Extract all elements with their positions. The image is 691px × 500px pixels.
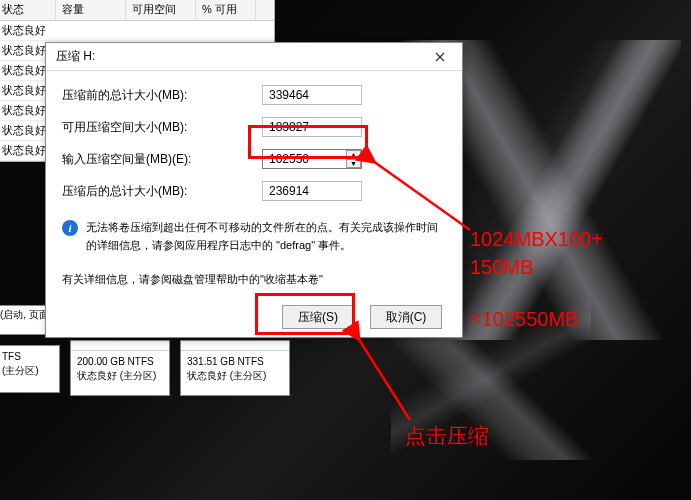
partition-box: 200.00 GB NTFS 状态良好 (主分区) — [70, 340, 170, 396]
shrink-volume-dialog: 压缩 H: 压缩前的总计大小(MB): 339464 可用压缩空间大小(MB):… — [45, 42, 463, 338]
field-label: 可用压缩空间大小(MB): — [62, 119, 262, 136]
info-message: i 无法将卷压缩到超出任何不可移动的文件所在的点。有关完成该操作时间的详细信息，… — [62, 215, 446, 254]
partition-fragment: TFS (主分区) — [0, 345, 60, 393]
annotation-result: =102550MB — [470, 305, 578, 333]
field-value-readonly: 339464 — [262, 85, 362, 105]
info-help-text: 有关详细信息，请参阅磁盘管理帮助中的"收缩基本卷" — [62, 272, 446, 287]
annotation-highlight-input — [248, 125, 368, 159]
spinner-down[interactable]: ▼ — [346, 159, 361, 168]
dialog-button-row: 压缩(S) 取消(C) — [46, 295, 462, 341]
field-label: 压缩后的总计大小(MB): — [62, 183, 262, 200]
info-text: 无法将卷压缩到超出任何不可移动的文件所在的点。有关完成该操作时间的详细信息，请参… — [86, 219, 446, 254]
col-capacity: 容量 — [56, 0, 126, 20]
table-row: 状态良好 — [0, 21, 274, 41]
col-free: 可用空间 — [126, 0, 196, 20]
col-pct: % 可用 — [196, 0, 256, 20]
annotation-click-hint: 点击压缩 — [405, 421, 489, 450]
annotation-highlight-button — [255, 293, 355, 335]
dialog-titlebar[interactable]: 压缩 H: — [46, 43, 462, 71]
field-total-before: 压缩前的总计大小(MB): 339464 — [62, 79, 446, 111]
close-icon — [435, 52, 445, 62]
field-label: 压缩前的总计大小(MB): — [62, 87, 262, 104]
field-total-after: 压缩后的总计大小(MB): 236914 — [62, 175, 446, 207]
field-value-readonly: 236914 — [262, 181, 362, 201]
table-header-row: 状态 容量 可用空间 % 可用 — [0, 0, 274, 21]
col-status: 状态 — [0, 0, 56, 20]
close-button[interactable] — [420, 46, 460, 68]
info-icon: i — [62, 220, 78, 236]
cancel-button[interactable]: 取消(C) — [370, 305, 442, 329]
annotation-calculation: 1024MBX100+ 150MB — [470, 225, 603, 281]
field-label: 输入压缩空间量(MB)(E): — [62, 151, 262, 168]
partition-box: 331.51 GB NTFS 状态良好 (主分区) — [180, 340, 290, 396]
dialog-title: 压缩 H: — [56, 48, 95, 65]
